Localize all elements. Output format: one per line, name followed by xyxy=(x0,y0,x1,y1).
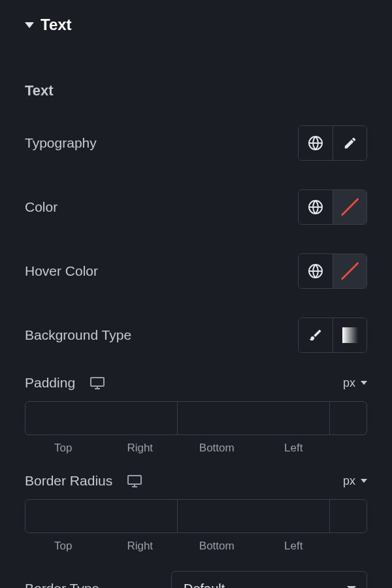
typography-row: Typography xyxy=(25,125,367,161)
typography-edit-button[interactable] xyxy=(333,126,367,160)
br-right-sublabel: Right xyxy=(102,540,179,553)
chevron-down-icon xyxy=(361,479,367,483)
color-label: Color xyxy=(25,199,57,215)
br-left-sublabel: Left xyxy=(255,540,333,553)
color-globe-button[interactable] xyxy=(299,190,333,224)
hover-color-globe-button[interactable] xyxy=(299,254,333,288)
border-radius-inputs xyxy=(25,499,367,533)
no-color-icon xyxy=(340,261,360,281)
hover-color-swatch-button[interactable] xyxy=(333,254,367,288)
background-type-row: Background Type xyxy=(25,318,367,353)
desktop-icon[interactable] xyxy=(127,474,142,487)
globe-icon xyxy=(308,199,323,215)
background-classic-button[interactable] xyxy=(299,318,333,352)
color-swatch-button[interactable] xyxy=(333,190,367,224)
background-type-controls xyxy=(298,318,367,353)
svg-rect-6 xyxy=(91,378,104,386)
padding-label: Padding xyxy=(25,375,75,391)
brush-icon xyxy=(308,328,323,342)
globe-icon xyxy=(308,263,323,279)
padding-bottom-input[interactable] xyxy=(330,402,367,434)
style-panel: Text Text Typography Color xyxy=(0,0,392,588)
border-type-row: Border Type Default xyxy=(25,571,367,588)
border-radius-header: Border Radius px xyxy=(25,473,367,489)
subsection-title: Text xyxy=(25,82,367,99)
padding-header: Padding px xyxy=(25,375,367,391)
section-header[interactable]: Text xyxy=(25,16,367,34)
hover-color-label: Hover Color xyxy=(25,263,98,279)
border-radius-unit: px xyxy=(343,474,355,488)
section-title: Text xyxy=(41,16,72,34)
border-type-label: Border Type xyxy=(25,581,99,588)
gradient-icon xyxy=(342,327,358,343)
border-radius-section: Border Radius px Top Right xyxy=(25,473,367,553)
border-radius-label: Border Radius xyxy=(25,473,112,489)
padding-bottom-sublabel: Bottom xyxy=(178,442,255,455)
desktop-icon[interactable] xyxy=(90,376,105,389)
typography-globe-button[interactable] xyxy=(299,126,333,160)
hover-color-controls xyxy=(298,253,367,289)
background-gradient-button[interactable] xyxy=(333,318,367,352)
br-bottom-sublabel: Bottom xyxy=(178,540,255,553)
padding-top-input[interactable] xyxy=(25,402,178,434)
border-radius-unit-toggle[interactable]: px xyxy=(343,474,367,488)
border-radius-bottom-input[interactable] xyxy=(330,500,367,532)
svg-rect-9 xyxy=(128,476,141,484)
chevron-down-icon xyxy=(361,381,367,385)
typography-label: Typography xyxy=(25,135,97,151)
border-type-select[interactable]: Default xyxy=(171,571,367,588)
padding-unit-toggle[interactable]: px xyxy=(343,376,367,390)
color-controls xyxy=(298,189,367,225)
pencil-icon xyxy=(343,136,357,150)
hover-color-row: Hover Color xyxy=(25,253,367,289)
padding-right-sublabel: Right xyxy=(102,442,179,455)
border-radius-right-input[interactable] xyxy=(178,500,330,532)
color-row: Color xyxy=(25,189,367,225)
padding-top-sublabel: Top xyxy=(25,442,102,455)
padding-sublabels: Top Right Bottom Left xyxy=(25,442,367,455)
caret-down-icon xyxy=(25,22,34,28)
padding-right-input[interactable] xyxy=(178,402,330,434)
padding-left-sublabel: Left xyxy=(255,442,333,455)
globe-icon xyxy=(308,135,323,151)
typography-controls xyxy=(298,125,367,161)
border-type-value: Default xyxy=(184,581,225,589)
border-radius-sublabels: Top Right Bottom Left xyxy=(25,540,367,553)
padding-unit: px xyxy=(343,376,355,390)
padding-section: Padding px Top Right Bot xyxy=(25,375,367,455)
no-color-icon xyxy=(340,197,360,217)
padding-inputs xyxy=(25,401,367,435)
border-radius-top-input[interactable] xyxy=(25,500,178,532)
background-type-label: Background Type xyxy=(25,327,131,343)
br-top-sublabel: Top xyxy=(25,540,102,553)
